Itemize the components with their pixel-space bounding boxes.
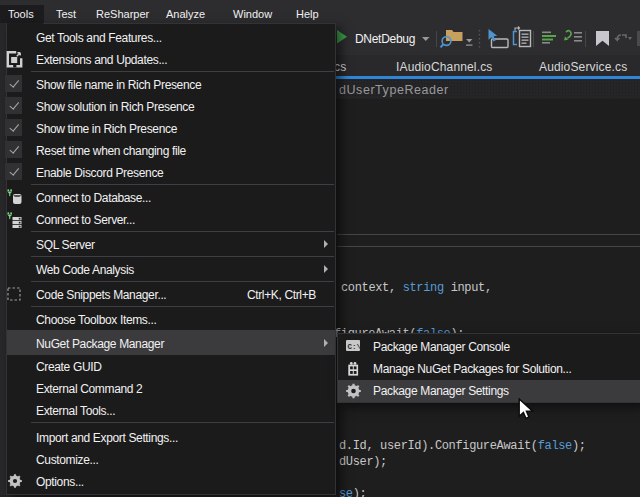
- svg-text:C:\: C:\: [348, 343, 362, 351]
